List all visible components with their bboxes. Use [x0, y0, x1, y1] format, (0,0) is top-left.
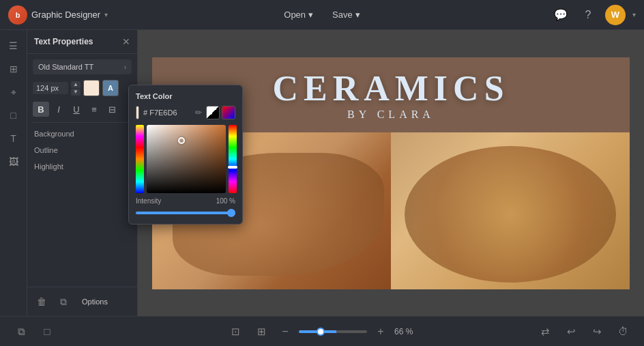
font-size-down-button[interactable]: ▼ — [71, 89, 80, 96]
pages-button[interactable]: □ — [37, 321, 57, 342]
hex-color-swatch[interactable] — [136, 106, 139, 119]
redo-button[interactable]: ↪ — [587, 321, 607, 342]
intensity-value: 100 % — [216, 197, 235, 205]
bold-button[interactable]: B — [33, 102, 49, 117]
panel-header: Text Properties ✕ — [27, 30, 137, 54]
hue-handle — [228, 166, 237, 169]
user-avatar[interactable]: W — [605, 5, 626, 25]
undo-button[interactable]: ↩ — [561, 321, 581, 342]
top-bar-left: b Graphic Designer ▾ — [8, 5, 322, 25]
panel-title: Text Properties — [34, 37, 93, 46]
bottom-left: ⧉ □ — [11, 321, 57, 342]
app-logo[interactable]: b — [8, 5, 27, 25]
main-area: ☰ ⊞ ⌖ □ T 🖼 Text Properties ✕ Old Standa… — [0, 30, 644, 316]
history-button[interactable]: ⏱ — [613, 321, 633, 342]
font-size-row: ▲ ▼ A — [27, 77, 137, 99]
user-chevron-icon[interactable]: ▾ — [632, 11, 636, 18]
gradient-btn-1[interactable] — [206, 106, 220, 119]
bottom-right: ⇄ ↩ ↪ ⏱ — [535, 321, 633, 342]
text-properties-panel: Text Properties ✕ Old Standard TT › ▲ ▼ … — [27, 30, 138, 316]
top-bar-center: Open ▾ Save ▾ — [277, 7, 366, 23]
divider-1 — [33, 122, 132, 123]
outline-prop-row[interactable]: Outline — [27, 142, 137, 158]
font-size-input[interactable] — [33, 82, 68, 94]
sidebar-grid-icon[interactable]: ⊞ — [3, 59, 24, 79]
open-chevron-icon: ▾ — [308, 10, 313, 20]
layers-button[interactable]: ⧉ — [11, 321, 31, 342]
sidebar-image-icon[interactable]: 🖼 — [3, 152, 24, 172]
text-color-swatch[interactable] — [83, 80, 100, 96]
zoom-slider[interactable] — [299, 330, 367, 333]
zoom-minus-button[interactable]: − — [277, 323, 293, 340]
bottom-center: ⊡ ⊞ − + 66 % — [225, 321, 419, 342]
zoom-level: 66 % — [394, 327, 419, 336]
image-fit-button[interactable]: ⊞ — [251, 321, 272, 342]
hex-color-input[interactable] — [143, 109, 191, 117]
panel-bottom: 🗑 ⧉ Options — [27, 287, 137, 316]
top-bar: b Graphic Designer ▾ Open ▾ Save ▾ 💬 ? W… — [0, 0, 644, 30]
color-picker-popup: Text Color ✏ — [128, 85, 243, 225]
format-row: B I U ≡ ⊟ — [27, 99, 137, 119]
gradient-main — [147, 125, 226, 193]
intensity-label: Intensity — [136, 197, 161, 205]
font-name-label: Old Standard TT — [38, 63, 93, 71]
delete-button[interactable]: 🗑 — [33, 293, 50, 311]
color-picker-hex-row: ✏ — [136, 106, 235, 119]
save-button[interactable]: Save ▾ — [325, 7, 367, 23]
options-button[interactable]: Options — [76, 295, 113, 308]
sidebar-cursor-icon[interactable]: ⌖ — [3, 82, 24, 102]
bottom-bar: ⧉ □ ⊡ ⊞ − + 66 % ⇄ ↩ ↪ ⏱ — [0, 316, 644, 346]
gradient-btn-2[interactable] — [222, 106, 235, 119]
intensity-row: Intensity 100 % — [136, 197, 235, 205]
text-highlight-swatch[interactable]: A — [102, 80, 119, 96]
canvas-photo-2 — [391, 132, 630, 289]
background-prop-row[interactable]: Background — [27, 126, 137, 142]
color-picker-title: Text Color — [136, 92, 235, 100]
sidebar-text-icon[interactable]: T — [3, 128, 24, 149]
gradient-buttons — [206, 106, 235, 119]
help-icon-button[interactable]: ? — [578, 5, 598, 25]
zoom-plus-button[interactable]: + — [372, 323, 389, 340]
highlight-prop-row[interactable]: Highlight — [27, 158, 137, 175]
hue-strip-left — [136, 125, 144, 193]
sidebar-layers-icon[interactable]: ☰ — [3, 35, 24, 56]
save-chevron-icon: ▾ — [355, 10, 360, 20]
background-label: Background — [34, 130, 74, 138]
swap-view-button[interactable]: ⇄ — [535, 321, 555, 342]
hue-strip-right — [229, 125, 237, 193]
italic-button[interactable]: I — [50, 102, 67, 117]
font-size-spinner: ▲ ▼ — [71, 81, 80, 96]
font-selector[interactable]: Old Standard TT › — [33, 59, 132, 74]
underline-button[interactable]: U — [68, 102, 85, 117]
frame-icon-button[interactable]: ⊡ — [225, 321, 246, 342]
align-left-button[interactable]: ≡ — [86, 102, 102, 117]
app-name-chevron-icon[interactable]: ▾ — [104, 11, 108, 18]
align-right-button[interactable]: ⊟ — [104, 102, 120, 117]
font-size-up-button[interactable]: ▲ — [71, 81, 80, 88]
open-button[interactable]: Open ▾ — [277, 7, 320, 23]
outline-label: Outline — [34, 146, 58, 154]
app-name: Graphic Designer — [31, 10, 100, 20]
left-sidebar: ☰ ⊞ ⌖ □ T 🖼 — [0, 30, 27, 316]
intensity-slider[interactable] — [136, 212, 235, 214]
sidebar-shape-icon[interactable]: □ — [3, 105, 24, 126]
color-gradient-area[interactable] — [136, 125, 237, 193]
by-clara-subtitle: BY CLARA — [347, 109, 435, 121]
chat-icon-button[interactable]: 💬 — [551, 5, 571, 25]
highlight-label: Highlight — [34, 162, 63, 171]
gradient-cursor — [178, 137, 185, 144]
font-selector-arrow-icon: › — [124, 63, 126, 71]
eyedropper-button[interactable]: ✏ — [195, 108, 202, 117]
close-panel-button[interactable]: ✕ — [122, 37, 130, 46]
top-bar-right: 💬 ? W ▾ — [322, 5, 636, 25]
ceramics-title: CERAMICS — [272, 68, 509, 109]
duplicate-button[interactable]: ⧉ — [55, 293, 72, 311]
